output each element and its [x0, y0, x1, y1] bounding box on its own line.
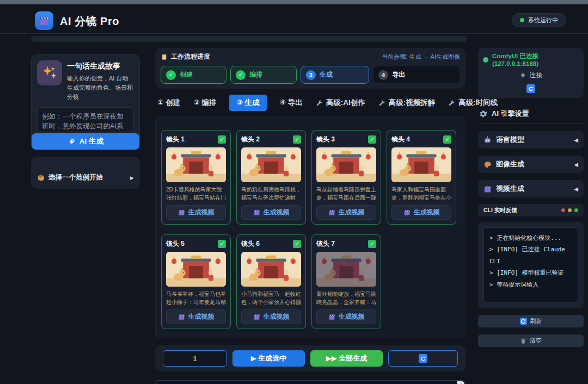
refresh-icon — [419, 354, 427, 363]
shot-title: 镜头 7 — [316, 239, 335, 249]
cli-refresh-button[interactable]: 刷新 — [478, 315, 584, 327]
tab-generate[interactable]: ③ 生成 — [229, 95, 266, 111]
terminal-line: > [INFO] 模型权重已验证 — [489, 267, 572, 278]
shot-checkbox[interactable]: ✓ — [443, 135, 451, 144]
ai-generate-button[interactable]: AI 生成 — [32, 133, 139, 150]
shot-card-5: 镜头 5 ✓ 马爷爷举杯，福宝马也举起小蹄子：马年要龙马精神，一... 生成视频 — [161, 234, 231, 329]
shot-thumbnail[interactable] — [316, 147, 376, 182]
workflow-step-arrange[interactable]: ✓ 编排 — [230, 66, 296, 84]
clapperboard-icon — [253, 313, 260, 320]
generate-video-button[interactable]: 生成视频 — [391, 205, 451, 220]
connect-button[interactable]: 连接 — [483, 71, 579, 80]
generate-video-button[interactable]: 生成视频 — [316, 205, 376, 220]
current-step-label: 当前步骤: 生成 → AI生成图像 — [382, 53, 460, 61]
workflow-step-generate[interactable]: 3 生成 — [301, 66, 369, 84]
palette-icon — [483, 160, 492, 169]
check-icon: ✓ — [236, 70, 246, 80]
package-icon — [37, 174, 45, 182]
workflow-step-export[interactable]: 4 导出 — [373, 66, 460, 84]
clapperboard-icon — [328, 209, 335, 216]
gear-icon — [479, 110, 487, 118]
sparkles-icon-badge — [37, 60, 62, 85]
page-title: AI 分镜 Pro — [60, 14, 119, 29]
generation-count-input[interactable] — [163, 350, 227, 367]
trash-icon — [520, 338, 526, 344]
wrench-icon — [316, 100, 323, 107]
status-scrollbar[interactable]: ▲ ▼ — [457, 381, 464, 384]
shot-checkbox[interactable]: ✓ — [293, 135, 301, 144]
shot-checkbox[interactable]: ✓ — [218, 240, 226, 248]
section-image-generation[interactable]: 图像生成 ◀ — [478, 156, 584, 173]
rocket-icon — [68, 138, 76, 146]
shot-checkbox[interactable]: ✓ — [368, 135, 376, 144]
shot-thumbnail[interactable] — [166, 147, 226, 182]
generate-video-button[interactable]: 生成视频 — [241, 205, 301, 220]
step-label: 创建 — [180, 70, 193, 79]
shot-checkbox[interactable]: ✓ — [368, 240, 376, 248]
clapperboard-icon — [178, 209, 185, 216]
generate-selected-button[interactable]: ▶ 生成选中 — [232, 350, 305, 367]
scroll-up-icon[interactable]: ▲ — [459, 381, 463, 384]
clipboard-icon — [161, 53, 168, 60]
terminal-line: > 等待提示词输入_ — [489, 279, 572, 290]
expand-arrow-icon: ▶ — [130, 175, 134, 181]
wrench-icon — [378, 100, 385, 107]
cli-terminal-output: > 正在初始化核心模块... > [INFO] 已连接 Claude CLI >… — [483, 227, 578, 302]
tab-export[interactable]: ④ 导出 — [280, 98, 303, 108]
generate-all-button[interactable]: ▶▶ 全部生成 — [310, 350, 383, 367]
tab-create[interactable]: ① 创建 — [157, 98, 180, 108]
choose-example-toggle[interactable]: 选择一个范例开始 ▶ — [37, 173, 134, 182]
main-content: 工作流程进度 当前步骤: 生成 → AI生成图像 ✓ 创建 ✓ 编排 3 生成 — [155, 48, 465, 384]
shot-card-7: 镜头 7 ✓ 窗外烟花绽放，福宝马眼睛亮晶晶，全家齐喊：马年大吉! 生成视频 — [311, 234, 381, 329]
shot-checkbox[interactable]: ✓ — [293, 240, 301, 248]
shots-panel: 镜头 1 ✓ 2D卡通风格的马家大院张灯结彩，福宝马站在门口迎客，... 生成视… — [155, 116, 465, 338]
generate-video-button[interactable]: 生成视频 — [166, 205, 226, 220]
engine-settings-header: AI 引擎设置 — [478, 105, 584, 124]
wrench-icon — [448, 100, 455, 107]
collapse-arrow-icon: ◀ — [574, 186, 578, 192]
app-window: AI 分镜 Pro 系统运行中 一句话生成故事 输入你的创意，AI 自动生成完整… — [0, 0, 588, 384]
collapse-arrow-icon: ◀ — [574, 137, 578, 143]
shot-description: 马奶奶在厨房做马蹄糕，福宝马在旁边帮忙递材料，超级... — [241, 185, 301, 202]
refresh-outline-button[interactable] — [388, 350, 458, 367]
shot-card-4: 镜头 4 ✓ 马家人和福宝马围坐圆桌，胖胖的福宝马坐在小凳子上，... 生成视频 — [387, 130, 456, 225]
tab-advanced-ai-create[interactable]: 高级:AI创作 — [316, 98, 365, 108]
scrolled-panel-edge — [31, 36, 467, 42]
shot-thumbnail[interactable] — [391, 147, 451, 182]
status-dot-icon — [520, 18, 524, 22]
check-icon: ✓ — [166, 70, 176, 80]
comfyui-refresh-button[interactable] — [526, 84, 535, 93]
story-idea-input[interactable] — [37, 107, 134, 132]
cli-clear-button[interactable]: 清空 — [478, 335, 584, 347]
workflow-title: 工作流程进度 — [171, 52, 210, 61]
tab-advanced-video-split[interactable]: 高级:视频拆解 — [378, 98, 436, 108]
comfyui-status-text: ComfyUI 已连接 (127.0.0.1:8188) — [492, 52, 579, 67]
shot-thumbnail[interactable] — [166, 252, 226, 287]
status-badge-label: 系统运行中 — [528, 16, 558, 24]
clapperboard-icon — [403, 209, 411, 216]
generate-video-button[interactable]: 生成视频 — [166, 309, 226, 324]
shot-thumbnail[interactable] — [241, 252, 301, 287]
shot-checkbox[interactable]: ✓ — [218, 135, 226, 144]
shot-description: 小马驹和福宝马一起收红包，两个小家伙开心得蹦蹦跳跳 — [241, 290, 301, 306]
shot-thumbnail[interactable] — [241, 147, 301, 182]
ai-generate-label: AI 生成 — [79, 137, 103, 146]
shot-thumbnail[interactable] — [316, 252, 376, 287]
section-video-generation[interactable]: 视频生成 ◀ — [478, 180, 584, 197]
shot-title: 镜头 5 — [166, 239, 185, 249]
step-number: 4 — [378, 70, 388, 80]
terminal-panel: > 正在初始化核心模块... > [INFO] 已连接 Claude CLI >… — [478, 222, 584, 308]
generate-video-button[interactable]: 生成视频 — [241, 309, 301, 324]
app-logo — [35, 11, 53, 30]
section-language-model[interactable]: 语言模型 ◀ — [478, 131, 584, 148]
terminal-line: > 正在初始化核心模块... — [489, 232, 572, 244]
refresh-icon — [520, 318, 527, 325]
clapperboard-icon — [39, 15, 50, 26]
shot-description: 马叔叔端着马蹄形拼盘上桌，福宝马跟在后面一蹦一跳：... — [316, 185, 376, 202]
generate-video-button[interactable]: 生成视频 — [316, 309, 376, 324]
workflow-step-create[interactable]: ✓ 创建 — [161, 66, 226, 84]
robot-icon — [483, 136, 492, 144]
tab-arrange[interactable]: ② 编排 — [193, 98, 216, 108]
step-number: 3 — [306, 70, 316, 80]
clapperboard-icon — [483, 185, 492, 193]
